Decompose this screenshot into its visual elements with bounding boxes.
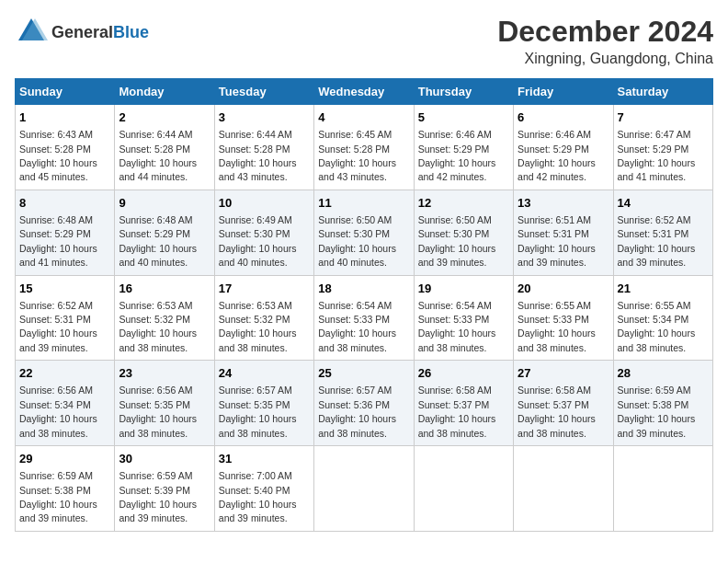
day-of-week-header: Wednesday [314, 79, 414, 105]
day-info: Sunrise: 6:59 AMSunset: 5:39 PMDaylight:… [119, 470, 197, 523]
day-info: Sunrise: 6:57 AMSunset: 5:35 PMDaylight:… [219, 385, 297, 438]
day-of-week-header: Sunday [16, 79, 115, 105]
calendar-cell: 26 Sunrise: 6:58 AMSunset: 5:37 PMDaylig… [414, 361, 513, 446]
calendar-cell: 18 Sunrise: 6:54 AMSunset: 5:33 PMDaylig… [314, 275, 414, 361]
day-number: 27 [518, 365, 609, 382]
logo-blue-text: Blue [113, 23, 149, 41]
calendar-cell: 2 Sunrise: 6:44 AMSunset: 5:28 PMDayligh… [115, 105, 214, 190]
day-info: Sunrise: 6:48 AMSunset: 5:29 PMDaylight:… [19, 214, 97, 268]
day-info: Sunrise: 6:45 AMSunset: 5:28 PMDaylight:… [318, 129, 396, 182]
calendar-cell: 7 Sunrise: 6:47 AMSunset: 5:29 PMDayligh… [613, 105, 712, 190]
calendar-cell: 16 Sunrise: 6:53 AMSunset: 5:32 PMDaylig… [115, 275, 214, 361]
calendar-week-row: 22 Sunrise: 6:56 AMSunset: 5:34 PMDaylig… [16, 361, 713, 446]
day-number: 19 [418, 281, 509, 297]
calendar-cell [314, 446, 414, 532]
calendar-cell: 6 Sunrise: 6:46 AMSunset: 5:29 PMDayligh… [514, 105, 613, 190]
month-title: December 2024 [497, 15, 713, 49]
day-number: 21 [618, 281, 709, 297]
calendar-cell: 31 Sunrise: 7:00 AMSunset: 5:40 PMDaylig… [214, 446, 313, 532]
calendar-cell: 17 Sunrise: 6:53 AMSunset: 5:32 PMDaylig… [214, 275, 313, 361]
day-number: 4 [318, 109, 409, 126]
day-info: Sunrise: 6:46 AMSunset: 5:29 PMDaylight:… [518, 129, 596, 182]
day-of-week-header: Tuesday [214, 79, 313, 105]
day-number: 5 [418, 109, 509, 126]
day-of-week-header: Thursday [414, 79, 513, 105]
calendar-cell: 22 Sunrise: 6:56 AMSunset: 5:34 PMDaylig… [16, 361, 115, 446]
day-number: 28 [618, 365, 709, 382]
day-number: 13 [518, 195, 609, 212]
day-number: 12 [418, 195, 509, 212]
day-info: Sunrise: 6:43 AMSunset: 5:28 PMDaylight:… [19, 129, 97, 182]
day-info: Sunrise: 6:47 AMSunset: 5:29 PMDaylight:… [618, 129, 696, 182]
day-info: Sunrise: 6:52 AMSunset: 5:31 PMDaylight:… [19, 300, 97, 353]
day-number: 26 [418, 365, 509, 382]
calendar-cell: 4 Sunrise: 6:45 AMSunset: 5:28 PMDayligh… [314, 105, 414, 190]
calendar-cell: 5 Sunrise: 6:46 AMSunset: 5:29 PMDayligh… [414, 105, 513, 190]
day-number: 29 [19, 451, 110, 467]
day-number: 18 [318, 281, 409, 297]
day-number: 7 [618, 109, 709, 126]
calendar-cell: 27 Sunrise: 6:58 AMSunset: 5:37 PMDaylig… [514, 361, 613, 446]
calendar-cell: 24 Sunrise: 6:57 AMSunset: 5:35 PMDaylig… [214, 361, 313, 446]
day-number: 10 [219, 195, 310, 212]
day-number: 20 [518, 281, 609, 297]
calendar-cell: 29 Sunrise: 6:59 AMSunset: 5:38 PMDaylig… [16, 446, 115, 532]
day-number: 14 [618, 195, 709, 212]
calendar-body: 1 Sunrise: 6:43 AMSunset: 5:28 PMDayligh… [16, 105, 713, 532]
day-info: Sunrise: 6:44 AMSunset: 5:28 PMDaylight:… [119, 129, 197, 182]
day-number: 30 [119, 451, 210, 467]
day-info: Sunrise: 6:55 AMSunset: 5:33 PMDaylight:… [518, 300, 596, 353]
location-subtitle: Xingning, Guangdong, China [497, 51, 713, 67]
day-info: Sunrise: 6:57 AMSunset: 5:36 PMDaylight:… [318, 385, 396, 438]
day-info: Sunrise: 6:53 AMSunset: 5:32 PMDaylight:… [119, 300, 197, 353]
day-number: 6 [518, 109, 609, 126]
day-number: 31 [219, 451, 310, 467]
day-number: 2 [119, 109, 210, 126]
calendar-cell: 1 Sunrise: 6:43 AMSunset: 5:28 PMDayligh… [16, 105, 115, 190]
day-of-week-header: Monday [115, 79, 214, 105]
calendar-cell [414, 446, 513, 532]
day-number: 9 [119, 195, 210, 212]
logo: GeneralBlue [15, 15, 149, 52]
logo-icon [15, 15, 48, 48]
day-number: 3 [219, 109, 310, 126]
calendar-cell: 20 Sunrise: 6:55 AMSunset: 5:33 PMDaylig… [514, 275, 613, 361]
calendar-cell: 8 Sunrise: 6:48 AMSunset: 5:29 PMDayligh… [16, 190, 115, 275]
day-info: Sunrise: 6:50 AMSunset: 5:30 PMDaylight:… [418, 214, 496, 268]
day-number: 24 [219, 365, 310, 382]
calendar-cell [613, 446, 712, 532]
logo-general-text: General [51, 23, 113, 41]
day-of-week-header: Saturday [613, 79, 712, 105]
day-info: Sunrise: 6:53 AMSunset: 5:32 PMDaylight:… [219, 300, 297, 353]
calendar-cell: 14 Sunrise: 6:52 AMSunset: 5:31 PMDaylig… [613, 190, 712, 275]
day-info: Sunrise: 6:58 AMSunset: 5:37 PMDaylight:… [418, 385, 496, 438]
day-info: Sunrise: 6:49 AMSunset: 5:30 PMDaylight:… [219, 214, 297, 268]
day-info: Sunrise: 6:59 AMSunset: 5:38 PMDaylight:… [618, 385, 696, 438]
day-number: 16 [119, 281, 210, 297]
calendar-cell: 15 Sunrise: 6:52 AMSunset: 5:31 PMDaylig… [16, 275, 115, 361]
calendar-cell: 25 Sunrise: 6:57 AMSunset: 5:36 PMDaylig… [314, 361, 414, 446]
day-info: Sunrise: 6:56 AMSunset: 5:34 PMDaylight:… [19, 385, 97, 438]
page-header: GeneralBlue December 2024 Xingning, Guan… [15, 15, 713, 67]
day-info: Sunrise: 6:56 AMSunset: 5:35 PMDaylight:… [119, 385, 197, 438]
day-info: Sunrise: 6:55 AMSunset: 5:34 PMDaylight:… [618, 300, 696, 353]
day-number: 23 [119, 365, 210, 382]
day-info: Sunrise: 6:51 AMSunset: 5:31 PMDaylight:… [518, 214, 596, 268]
day-info: Sunrise: 7:00 AMSunset: 5:40 PMDaylight:… [219, 470, 297, 523]
day-info: Sunrise: 6:52 AMSunset: 5:31 PMDaylight:… [618, 214, 696, 268]
calendar-cell: 30 Sunrise: 6:59 AMSunset: 5:39 PMDaylig… [115, 446, 214, 532]
calendar-cell: 11 Sunrise: 6:50 AMSunset: 5:30 PMDaylig… [314, 190, 414, 275]
day-info: Sunrise: 6:54 AMSunset: 5:33 PMDaylight:… [318, 300, 396, 353]
calendar-header: SundayMondayTuesdayWednesdayThursdayFrid… [16, 79, 713, 105]
calendar-table: SundayMondayTuesdayWednesdayThursdayFrid… [15, 78, 713, 532]
calendar-cell: 9 Sunrise: 6:48 AMSunset: 5:29 PMDayligh… [115, 190, 214, 275]
calendar-cell: 10 Sunrise: 6:49 AMSunset: 5:30 PMDaylig… [214, 190, 313, 275]
calendar-cell: 23 Sunrise: 6:56 AMSunset: 5:35 PMDaylig… [115, 361, 214, 446]
day-info: Sunrise: 6:44 AMSunset: 5:28 PMDaylight:… [219, 129, 297, 182]
calendar-week-row: 1 Sunrise: 6:43 AMSunset: 5:28 PMDayligh… [16, 105, 713, 190]
day-number: 8 [19, 195, 110, 212]
day-info: Sunrise: 6:54 AMSunset: 5:33 PMDaylight:… [418, 300, 496, 353]
day-info: Sunrise: 6:59 AMSunset: 5:38 PMDaylight:… [19, 470, 97, 523]
day-number: 17 [219, 281, 310, 297]
day-of-week-header: Friday [514, 79, 613, 105]
